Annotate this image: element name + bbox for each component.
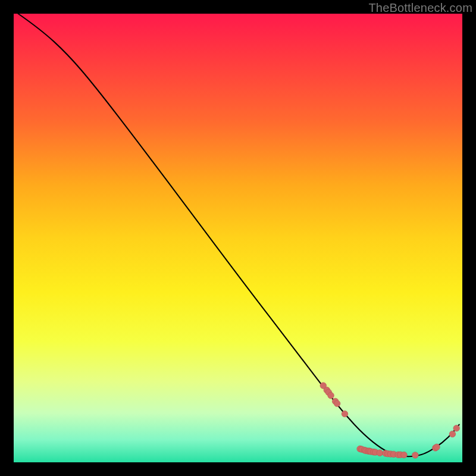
chart-frame: TheBottleneck.com (0, 0, 476, 476)
data-marker (334, 400, 340, 407)
data-marker (412, 452, 419, 459)
data-marker (328, 392, 334, 399)
watermark: TheBottleneck.com (368, 1, 472, 15)
marker-layer (320, 383, 460, 458)
data-marker (342, 411, 348, 417)
data-marker (453, 425, 460, 431)
data-marker (377, 450, 383, 456)
data-marker (434, 444, 440, 450)
chart-svg (14, 14, 462, 462)
bottleneck-curve (18, 14, 459, 456)
data-marker (401, 452, 408, 458)
data-marker (449, 431, 456, 437)
chart-plot-area (14, 14, 462, 462)
